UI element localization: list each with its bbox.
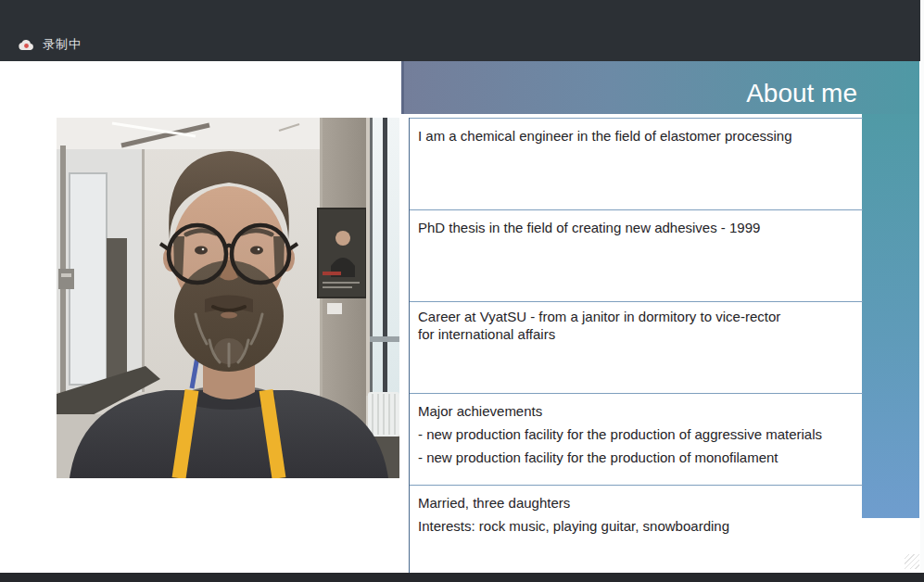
resize-grip[interactable] — [905, 554, 919, 569]
slide-content: I am a chemical engineer in the field of… — [409, 118, 863, 573]
slide-header: About me — [401, 61, 919, 114]
slide-text-line: Career at VyatSU - from a janitor in dor… — [418, 308, 854, 325]
cloud-recording-icon — [19, 39, 34, 51]
recording-label: 录制中 — [43, 36, 82, 53]
slide-row: Married, three daughters Interests: rock… — [410, 485, 863, 573]
slide-row: Career at VyatSU - from a janitor in dor… — [410, 301, 863, 393]
slide-text-line: - new production facility for the produc… — [418, 446, 854, 469]
right-edge-strip — [920, 0, 924, 573]
presenter-photo — [57, 118, 399, 478]
meeting-window: 录制中 — [0, 0, 924, 582]
slide-text-line: Married, three daughters — [418, 491, 854, 514]
slide-row: I am a chemical engineer in the field of… — [410, 118, 863, 209]
slide-row: Major achievements - new production faci… — [410, 393, 863, 485]
slide-text-line: I am a chemical engineer in the field of… — [418, 124, 854, 147]
slide-text-line: for international affairs — [418, 325, 854, 343]
recording-indicator: 录制中 — [19, 36, 82, 53]
slide-text-line: PhD thesis in the field of creating new … — [418, 216, 854, 239]
slide-side-strip — [862, 114, 919, 518]
slide-text-line: Major achievements — [418, 399, 854, 423]
slide-row: PhD thesis in the field of creating new … — [410, 209, 863, 301]
top-bar: 录制中 — [0, 0, 924, 61]
slide-text-line: Interests: rock music, playing guitar, s… — [418, 514, 854, 538]
slide-text-line: - new production facility for the produc… — [418, 423, 854, 446]
webcam-video — [57, 118, 399, 478]
bottom-bar — [0, 573, 924, 582]
page-title: About me — [746, 81, 919, 114]
